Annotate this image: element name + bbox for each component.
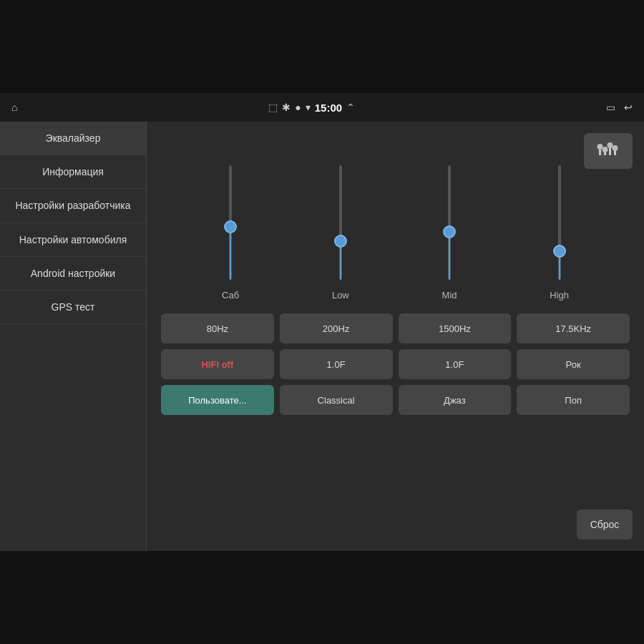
slider-cab-thumb[interactable] [224, 220, 237, 233]
slider-cab-track[interactable] [229, 165, 232, 280]
status-bar: ⌂ ⬚ ✱ ● ▾ 15:00 ⌃ ▭ ↩ [0, 93, 644, 122]
chevron-up-icon: ⌃ [346, 102, 355, 113]
freq-1500hz-button[interactable]: 1500Hz [399, 313, 512, 343]
slider-low-track[interactable] [339, 165, 342, 280]
dot-icon: ● [295, 102, 301, 113]
eq-1of2-button[interactable]: 1.0F [399, 349, 512, 379]
slider-high-thumb[interactable] [553, 245, 566, 258]
status-center: ⬚ ✱ ● ▾ 15:00 ⌃ [268, 102, 355, 114]
sidebar-item-equalizer[interactable]: Эквалайзер [0, 122, 146, 155]
classical-preset-button[interactable]: Classical [280, 385, 393, 415]
sidebar-item-android-settings[interactable]: Android настройки [0, 257, 146, 291]
jazz-preset-button[interactable]: Джаз [399, 385, 512, 415]
svg-point-7 [613, 145, 618, 151]
bottom-border [0, 551, 644, 644]
sidebar-item-gps-test[interactable]: GPS тест [0, 291, 146, 324]
slider-mid[interactable]: Mid [442, 165, 457, 301]
top-border [0, 0, 644, 93]
freq-175khz-button[interactable]: 17.5KHz [517, 313, 630, 343]
presets-row: Пользовате... Classical Джаз Поп [161, 385, 630, 415]
svg-point-6 [608, 142, 613, 148]
recent-apps-icon: ▭ [606, 102, 615, 113]
freq-row: 80Hz 200Hz 1500Hz 17.5KHz [161, 313, 630, 343]
slider-high-track[interactable] [558, 165, 561, 280]
sidebar-item-info[interactable]: Информация [0, 155, 146, 189]
reset-button[interactable]: Сброс [577, 509, 633, 540]
svg-point-5 [602, 147, 608, 152]
slider-low-label: Low [332, 290, 349, 301]
sidebar-item-car-settings[interactable]: Настройки автомобиля [0, 223, 146, 257]
slider-cab-line [230, 228, 231, 280]
sliders-area: Саб Low Mid [161, 143, 630, 301]
slider-mid-line [449, 233, 450, 280]
tone-button[interactable] [584, 133, 633, 169]
slider-high[interactable]: High [550, 165, 569, 301]
slider-low[interactable]: Low [332, 165, 349, 301]
eq-1of1-button[interactable]: 1.0F [280, 349, 393, 379]
slider-mid-label: Mid [442, 290, 457, 301]
signal-icon: ▾ [306, 102, 311, 113]
main-content: Эквалайзер Информация Настройки разработ… [0, 122, 644, 551]
slider-cab[interactable]: Саб [222, 165, 239, 301]
slider-low-thumb[interactable] [334, 235, 347, 248]
slider-mid-thumb[interactable] [443, 225, 456, 238]
eq-panel: Саб Low Mid [147, 122, 644, 551]
pop-preset-button[interactable]: Поп [517, 385, 630, 415]
settings-row: HIFI off 1.0F 1.0F Рок [161, 349, 630, 379]
sidebar: Эквалайзер Информация Настройки разработ… [0, 122, 147, 551]
slider-high-label: High [550, 290, 569, 301]
hifi-button[interactable]: HIFI off [161, 349, 274, 379]
user-preset-button[interactable]: Пользовате... [161, 385, 274, 415]
bluetooth-icon: ✱ [282, 102, 291, 113]
freq-80hz-button[interactable]: 80Hz [161, 313, 274, 343]
slider-low-line [340, 243, 341, 280]
status-left: ⌂ [11, 102, 17, 113]
sidebar-item-dev-settings[interactable]: Настройки разработчика [0, 189, 146, 223]
freq-200hz-button[interactable]: 200Hz [280, 313, 393, 343]
home-icon: ⌂ [11, 102, 17, 113]
slider-mid-track[interactable] [448, 165, 451, 280]
status-right: ▭ ↩ [606, 102, 633, 113]
status-time: 15:00 [315, 102, 342, 114]
equalizer-icon [597, 140, 620, 163]
rok-button[interactable]: Рок [517, 349, 630, 379]
svg-point-4 [597, 144, 603, 150]
slider-cab-label: Саб [222, 290, 239, 301]
back-icon: ↩ [624, 102, 633, 113]
button-rows: 80Hz 200Hz 1500Hz 17.5KHz HIFI off 1.0F … [161, 313, 630, 415]
cast-icon: ⬚ [268, 102, 278, 113]
